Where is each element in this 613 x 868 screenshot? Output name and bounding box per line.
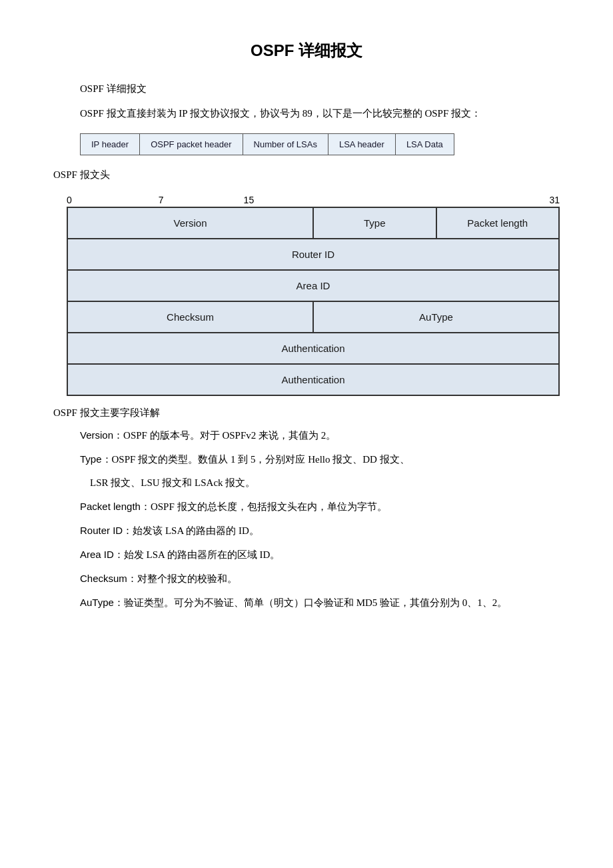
header-row-1: Version Type Packet length (67, 207, 559, 239)
field-version: Version：OSPF 的版本号。对于 OSPFv2 来说，其值为 2。 (80, 426, 560, 445)
packet-cell-ip-header: IP header (81, 134, 140, 155)
intro-label: OSPF 详细报文 (80, 80, 560, 98)
header-area-id: Area ID (67, 270, 559, 301)
field-packet-length: Packet length：OSPF 报文的总长度，包括报文头在内，单位为字节。 (80, 497, 560, 516)
page-title: OSPF 详细报文 (53, 40, 560, 61)
field-autype-text: 验证类型。可分为不验证、简单（明文）口令验证和 MD5 验证，其值分别为 0、1… (124, 597, 507, 608)
header-type: Type (313, 207, 436, 239)
bit-0: 0 (67, 195, 72, 205)
field-type-text: OSPF 报文的类型。数值从 1 到 5，分别对应 Hello 报文、DD 报文… (112, 454, 410, 465)
field-type-continued-text: LSR 报文、LSU 报文和 LSAck 报文。 (90, 477, 255, 488)
header-autype: AuType (313, 301, 559, 333)
header-version: Version (67, 207, 313, 239)
fields-section: OSPF 报文主要字段详解 Version：OSPF 的版本号。对于 OSPFv… (53, 407, 560, 612)
intro-desc: OSPF 报文直接封装为 IP 报文协议报文，协议号为 89，以下是一个比较完整… (80, 105, 560, 123)
field-checksum-label: Checksum： (80, 573, 137, 584)
header-row-3: Area ID (67, 270, 559, 301)
ospf-header-table: Version Type Packet length Router ID Are… (67, 207, 560, 396)
field-router-id-text: 始发该 LSA 的路由器的 ID。 (133, 525, 259, 536)
field-area-id: Area ID：始发 LSA 的路由器所在的区域 ID。 (80, 545, 560, 564)
field-autype: AuType：验证类型。可分为不验证、简单（明文）口令验证和 MD5 验证，其值… (80, 593, 560, 612)
field-version-label: Version： (80, 429, 123, 441)
field-checksum-text: 对整个报文的校验和。 (137, 573, 237, 584)
packet-cell-ospf-header: OSPF packet header (140, 134, 243, 155)
field-version-text: OSPF 的版本号。对于 OSPFv2 来说，其值为 2。 (123, 430, 336, 441)
field-type: Type：OSPF 报文的类型。数值从 1 到 5，分别对应 Hello 报文、… (80, 450, 560, 469)
field-packet-length-text: OSPF 报文的总长度，包括报文头在内，单位为字节。 (151, 501, 387, 512)
ospf-header-label: OSPF 报文头 (53, 166, 560, 184)
header-auth-2: Authentication (67, 364, 559, 395)
field-autype-label: AuType： (80, 597, 124, 608)
bit-15: 15 (244, 195, 255, 205)
bit-diagram: 0 7 15 31 Version Type Packet length Rou… (67, 195, 560, 396)
fields-title: OSPF 报文主要字段详解 (53, 407, 560, 419)
field-area-id-text: 始发 LSA 的路由器所在的区域 ID。 (124, 549, 281, 560)
bit-7: 7 (159, 195, 164, 205)
field-type-label: Type： (80, 453, 112, 465)
header-row-4: Checksum AuType (67, 301, 559, 333)
header-checksum: Checksum (67, 301, 313, 333)
header-packet-length: Packet length (436, 207, 560, 239)
bit-31: 31 (549, 195, 560, 205)
header-row-6: Authentication (67, 364, 559, 395)
field-packet-length-label: Packet length： (80, 501, 151, 512)
packet-cell-num-lsas: Number of LSAs (243, 134, 328, 155)
header-row-5: Authentication (67, 333, 559, 364)
field-area-id-label: Area ID： (80, 549, 124, 560)
header-auth-1: Authentication (67, 333, 559, 364)
packet-cell-lsa-header: LSA header (328, 134, 395, 155)
field-router-id-label: Router ID： (80, 525, 133, 536)
packet-cell-lsa-data: LSA Data (395, 134, 454, 155)
packet-structure-table: IP header OSPF packet header Number of L… (80, 133, 454, 155)
header-router-id: Router ID (67, 239, 559, 270)
field-router-id: Router ID：始发该 LSA 的路由器的 ID。 (80, 521, 560, 540)
header-row-2: Router ID (67, 239, 559, 270)
bit-ruler: 0 7 15 31 (67, 195, 560, 205)
field-checksum: Checksum：对整个报文的校验和。 (80, 569, 560, 588)
field-type-continued: LSR 报文、LSU 报文和 LSAck 报文。 (90, 474, 560, 492)
